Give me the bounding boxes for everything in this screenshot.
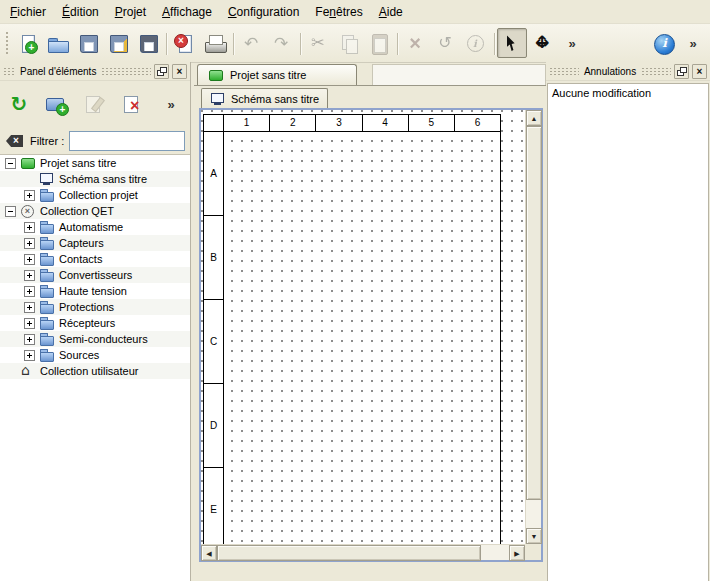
diagram-column-label: 5 — [408, 115, 454, 131]
diagram-header-corner — [204, 115, 224, 132]
select-mode-button[interactable] — [497, 28, 527, 58]
tree-item[interactable]: Schéma sans titre — [0, 171, 190, 187]
tree-item[interactable]: Récepteurs — [0, 315, 190, 331]
tree-expander[interactable] — [24, 286, 35, 297]
scroll-left-button[interactable] — [201, 545, 217, 561]
tree-expander[interactable] — [5, 158, 16, 169]
tree-expander[interactable] — [24, 222, 35, 233]
edit-element-button[interactable] — [81, 90, 109, 118]
tab-bar-empty-area — [372, 64, 546, 85]
open-document-button[interactable] — [42, 28, 72, 58]
elements-panel-titlebar[interactable]: Panel d'éléments — [0, 62, 190, 81]
menu-item[interactable]: Configuration — [220, 0, 307, 23]
tree-item-label: Convertisseurs — [59, 269, 132, 281]
tree-expander[interactable] — [24, 238, 35, 249]
tree-item[interactable]: Semi-conducteurs — [0, 331, 190, 347]
separator — [296, 28, 303, 58]
copy-button[interactable] — [333, 28, 363, 58]
undo-panel-titlebar[interactable]: Annulations — [546, 62, 710, 81]
dock-grip — [101, 67, 151, 76]
tree-expander[interactable] — [24, 318, 35, 329]
toolbar-drag-handle[interactable] — [4, 30, 9, 56]
tree-expander[interactable] — [24, 270, 35, 281]
vertical-scrollbar[interactable] — [525, 110, 541, 544]
project-icon — [208, 68, 224, 82]
tab-schema[interactable]: Schéma sans titre — [201, 88, 328, 108]
save-button[interactable] — [72, 28, 102, 58]
menu-item[interactable]: Fenêtres — [307, 0, 370, 23]
tree-item[interactable]: Projet sans titre — [0, 155, 190, 171]
float-panel-button[interactable] — [154, 64, 169, 79]
info-button[interactable] — [460, 28, 490, 58]
tree-item[interactable]: Collection utilisateur — [0, 363, 190, 379]
tree-expander[interactable] — [24, 302, 35, 313]
horizontal-scrollbar[interactable] — [201, 544, 525, 560]
scrollbar-corner — [525, 544, 541, 560]
separator — [162, 28, 169, 58]
schema-icon — [210, 92, 226, 106]
new-element-button[interactable] — [43, 90, 71, 118]
diagram-canvas[interactable]: 123456 ABCDE — [201, 110, 525, 544]
menu-item[interactable]: Projet — [107, 0, 154, 23]
paste-button[interactable] — [363, 28, 393, 58]
tree-item[interactable]: Protections — [0, 299, 190, 315]
tree-item[interactable]: Sources — [0, 347, 190, 363]
filter-row: Filtrer : — [0, 127, 190, 155]
horizontal-scroll-thumb[interactable] — [217, 545, 481, 561]
menu-item[interactable]: Fichier — [2, 0, 54, 23]
tree-item[interactable]: Contacts — [0, 251, 190, 267]
tree-item-icon — [39, 268, 55, 282]
tree-item[interactable]: Automatisme — [0, 219, 190, 235]
undo-history-list[interactable]: Aucune modification — [547, 83, 709, 581]
tree-expander[interactable] — [5, 206, 16, 217]
tab-project[interactable]: Projet sans titre — [197, 64, 357, 85]
menu-item[interactable]: Affichage — [154, 0, 220, 23]
tree-item[interactable]: Collection projet — [0, 187, 190, 203]
tree-expander[interactable] — [24, 254, 35, 265]
new-document-button[interactable] — [12, 28, 42, 58]
print-button[interactable] — [199, 28, 229, 58]
save-as-button[interactable] — [102, 28, 132, 58]
scroll-right-button[interactable] — [509, 545, 525, 561]
cut-button[interactable] — [303, 28, 333, 58]
menu-item[interactable]: Aide — [371, 0, 411, 23]
delete-button[interactable] — [400, 28, 430, 58]
tree-item[interactable]: Capteurs — [0, 235, 190, 251]
toolbar-overflow-button[interactable] — [678, 28, 708, 58]
tree-item[interactable]: Convertisseurs — [0, 267, 190, 283]
tab-schema-label: Schéma sans titre — [231, 93, 319, 105]
toolbar-overflow-button[interactable] — [557, 28, 587, 58]
move-mode-button[interactable] — [527, 28, 557, 58]
tree-item-icon — [20, 204, 36, 218]
tree-item-icon — [39, 236, 55, 250]
diagram-border-frame: 123456 ABCDE — [203, 114, 501, 544]
tree-expander[interactable] — [24, 350, 35, 361]
dock-grip — [549, 67, 579, 76]
panel-overflow-button[interactable] — [157, 90, 185, 118]
diagram-row-label: D — [204, 384, 223, 468]
tab-project-label: Projet sans titre — [230, 69, 306, 81]
tree-expander[interactable] — [24, 334, 35, 345]
tree-item[interactable]: Collection QET — [0, 203, 190, 219]
reload-collections-button[interactable] — [5, 90, 33, 118]
scroll-down-button[interactable] — [526, 528, 542, 544]
tree-item-icon — [39, 252, 55, 266]
tree-item-icon — [20, 364, 36, 378]
undo-button[interactable] — [236, 28, 266, 58]
tree-expander[interactable] — [24, 190, 35, 201]
save-all-button[interactable] — [132, 28, 162, 58]
about-info-button[interactable] — [648, 28, 678, 58]
close-panel-button[interactable] — [172, 64, 187, 79]
vertical-scroll-thumb[interactable] — [526, 126, 542, 500]
float-panel-button[interactable] — [674, 64, 689, 79]
tree-item-icon — [20, 156, 36, 170]
rotate-button[interactable] — [430, 28, 460, 58]
filter-input[interactable] — [69, 131, 185, 151]
close-document-button[interactable] — [169, 28, 199, 58]
tree-item[interactable]: Haute tension — [0, 283, 190, 299]
scroll-up-button[interactable] — [526, 110, 542, 126]
delete-element-button[interactable] — [119, 90, 147, 118]
redo-button[interactable] — [266, 28, 296, 58]
close-panel-button[interactable] — [692, 64, 707, 79]
menu-item[interactable]: Édition — [54, 0, 107, 23]
